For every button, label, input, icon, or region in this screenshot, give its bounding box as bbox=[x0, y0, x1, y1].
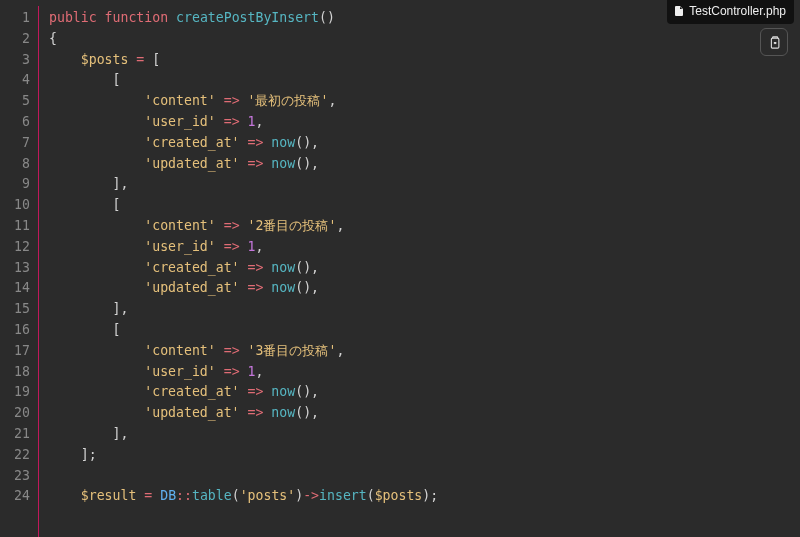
code-line: 'content' => '3番目の投稿', bbox=[49, 341, 438, 362]
line-number: 24 bbox=[0, 486, 30, 507]
filename-tab: TestController.php bbox=[667, 0, 794, 24]
line-number: 2 bbox=[0, 29, 30, 50]
code-line: 'user_id' => 1, bbox=[49, 112, 438, 133]
code-line: 'user_id' => 1, bbox=[49, 362, 438, 383]
copy-button[interactable] bbox=[760, 28, 788, 56]
gutter-divider bbox=[38, 6, 39, 537]
line-number: 6 bbox=[0, 112, 30, 133]
code-line: 'updated_at' => now(), bbox=[49, 154, 438, 175]
code-line: [ bbox=[49, 320, 438, 341]
code-line: ], bbox=[49, 424, 438, 445]
line-number: 20 bbox=[0, 403, 30, 424]
line-number: 12 bbox=[0, 237, 30, 258]
code-line: 'content' => '2番目の投稿', bbox=[49, 216, 438, 237]
line-number: 5 bbox=[0, 91, 30, 112]
code-line: ], bbox=[49, 174, 438, 195]
line-number: 10 bbox=[0, 195, 30, 216]
filename-label: TestController.php bbox=[689, 1, 786, 22]
line-number: 3 bbox=[0, 50, 30, 71]
line-number: 9 bbox=[0, 174, 30, 195]
code-line: [ bbox=[49, 195, 438, 216]
line-number: 21 bbox=[0, 424, 30, 445]
code-line: [ bbox=[49, 70, 438, 91]
line-number: 11 bbox=[0, 216, 30, 237]
code-line: 'content' => '最初の投稿', bbox=[49, 91, 438, 112]
line-number: 18 bbox=[0, 362, 30, 383]
line-number: 1 bbox=[0, 8, 30, 29]
code-line: $posts = [ bbox=[49, 50, 438, 71]
code-editor: 123456789101112131415161718192021222324 … bbox=[0, 0, 800, 537]
code-line bbox=[49, 466, 438, 487]
line-number: 22 bbox=[0, 445, 30, 466]
code-line: 'created_at' => now(), bbox=[49, 133, 438, 154]
line-number: 13 bbox=[0, 258, 30, 279]
code-line: 'user_id' => 1, bbox=[49, 237, 438, 258]
code-line: ], bbox=[49, 299, 438, 320]
line-number: 15 bbox=[0, 299, 30, 320]
code-line: 'created_at' => now(), bbox=[49, 382, 438, 403]
code-line: 'created_at' => now(), bbox=[49, 258, 438, 279]
line-number: 16 bbox=[0, 320, 30, 341]
clipboard-icon bbox=[767, 35, 782, 50]
code-area[interactable]: public function createPostByInsert(){ $p… bbox=[49, 6, 438, 537]
file-icon bbox=[673, 5, 685, 17]
code-line: ]; bbox=[49, 445, 438, 466]
code-line: 'updated_at' => now(), bbox=[49, 278, 438, 299]
line-number: 19 bbox=[0, 382, 30, 403]
code-line: { bbox=[49, 29, 438, 50]
line-number: 14 bbox=[0, 278, 30, 299]
line-number: 8 bbox=[0, 154, 30, 175]
code-line: $result = DB::table('posts')->insert($po… bbox=[49, 486, 438, 507]
code-line: 'updated_at' => now(), bbox=[49, 403, 438, 424]
code-line: public function createPostByInsert() bbox=[49, 8, 438, 29]
line-number-gutter: 123456789101112131415161718192021222324 bbox=[0, 6, 38, 537]
line-number: 17 bbox=[0, 341, 30, 362]
line-number: 23 bbox=[0, 466, 30, 487]
line-number: 4 bbox=[0, 70, 30, 91]
line-number: 7 bbox=[0, 133, 30, 154]
